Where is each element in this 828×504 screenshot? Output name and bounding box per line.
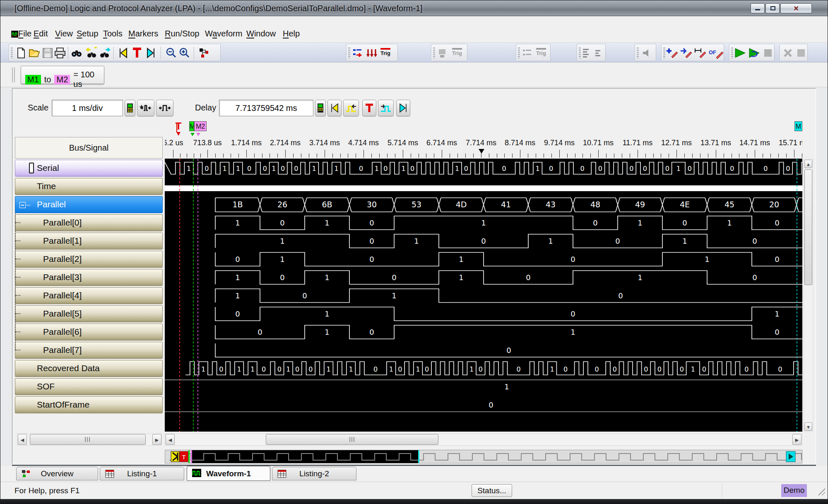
signal-row-parallel-5-[interactable]: Parallel[5] xyxy=(15,305,163,322)
list-compact-button[interactable] xyxy=(593,47,605,59)
run-repetitive-button[interactable] xyxy=(748,47,760,59)
zoom-out-button[interactable] xyxy=(165,47,177,59)
toolbar-grip[interactable] xyxy=(348,48,350,58)
store-button[interactable] xyxy=(436,47,449,59)
menu-setup[interactable]: Setup xyxy=(74,28,101,39)
toolbar-grip[interactable] xyxy=(11,48,13,58)
connection-setup-button[interactable] xyxy=(198,47,210,59)
status-button[interactable]: Status... xyxy=(472,484,512,497)
go-to-beginning-button[interactable] xyxy=(117,47,129,59)
scroll-left-icon[interactable]: ◀ xyxy=(166,434,175,445)
delay-go-begin-button[interactable] xyxy=(327,100,342,116)
tab-listing-2[interactable]: Listing-2 xyxy=(272,467,356,480)
marker-span-button[interactable] xyxy=(694,47,706,59)
scale-zoom-out-button[interactable] xyxy=(156,100,173,116)
new-file-button[interactable] xyxy=(15,47,27,59)
menu-waveform[interactable]: Waveform xyxy=(202,28,245,39)
bus-signal-column-header[interactable]: Bus/Signal xyxy=(15,137,163,158)
scroll-left-icon[interactable]: ◀ xyxy=(18,434,27,445)
delay-go-end-button[interactable] xyxy=(396,100,410,116)
signal-row-parallel[interactable]: Parallel xyxy=(15,196,163,213)
collapse-expander-icon[interactable] xyxy=(19,202,26,208)
open-file-button[interactable] xyxy=(28,47,41,59)
speaker-icon[interactable] xyxy=(641,47,653,59)
delay-position-marker-icon[interactable] xyxy=(479,149,484,154)
find-next-button[interactable] xyxy=(99,47,111,59)
trigger-flag-icon[interactable]: T xyxy=(174,120,183,131)
vscroll-thumb[interactable] xyxy=(804,169,812,285)
delay-field[interactable]: 7.713759542 ms xyxy=(219,100,313,116)
scroll-down-icon[interactable]: ▼ xyxy=(804,422,812,431)
resize-grip[interactable] xyxy=(818,486,825,495)
scroll-right-icon[interactable]: ▶ xyxy=(152,434,161,445)
blank-button[interactable] xyxy=(795,47,807,59)
new-marker-button[interactable] xyxy=(666,47,678,59)
signal-row-parallel-3-[interactable]: Parallel[3] xyxy=(15,269,163,286)
print-button[interactable] xyxy=(54,47,66,59)
toolbar-grip[interactable] xyxy=(663,48,665,58)
markerbar-grip[interactable] xyxy=(12,67,15,82)
trigger-arrows-button[interactable] xyxy=(366,47,378,59)
waveform-hscroll-thumb[interactable] xyxy=(266,434,438,445)
toolbar-grip[interactable] xyxy=(637,48,639,58)
go-to-trigger-button[interactable] xyxy=(131,47,143,59)
m2-flag-icon[interactable]: M2 xyxy=(194,121,207,131)
toolbar-grip[interactable] xyxy=(731,48,733,58)
toolbar-grip[interactable] xyxy=(433,48,435,58)
signal-row-serial[interactable]: Serial xyxy=(15,160,163,177)
list-forward-button[interactable] xyxy=(581,47,594,59)
find-previous-button[interactable] xyxy=(85,47,98,59)
marker-interval-button[interactable]: M1 to M2 = 100 us xyxy=(21,66,104,84)
menu-run-stop[interactable]: Run/Stop xyxy=(162,28,202,39)
delay-go-trigger-button[interactable] xyxy=(362,100,376,116)
signal-row-startofframe[interactable]: StartOfFrame xyxy=(15,396,163,413)
signal-row-parallel-7-[interactable]: Parallel[7] xyxy=(15,342,163,359)
menu-window[interactable]: Window xyxy=(244,28,278,39)
cancel-icon[interactable] xyxy=(782,47,794,59)
scale-zoom-in-button[interactable] xyxy=(137,100,154,116)
right-marker-flag-icon[interactable]: M xyxy=(794,121,802,131)
waveform-hscrollbar[interactable]: ◀ ▶ xyxy=(165,433,802,446)
menu-view[interactable]: View xyxy=(53,28,75,39)
toolbar-grip[interactable] xyxy=(518,48,520,58)
signal-row-sof[interactable]: SOF xyxy=(15,378,163,395)
menu-markers[interactable]: Markers xyxy=(126,28,161,39)
tab-overview[interactable]: Overview xyxy=(16,467,98,480)
delay-prev-edge-button[interactable] xyxy=(343,100,359,116)
edit-list-button[interactable] xyxy=(521,47,534,59)
marker-goto-button[interactable] xyxy=(680,47,692,59)
trigger-settings-icon[interactable]: Trig xyxy=(380,48,390,56)
menu-tools[interactable]: Tools xyxy=(101,28,125,39)
signal-row-parallel-4-[interactable]: Parallel[4] xyxy=(15,287,163,304)
scale-keypad-button[interactable] xyxy=(125,100,135,116)
tab-listing-1[interactable]: Listing-1 xyxy=(100,467,184,480)
trigger-list-button[interactable] xyxy=(351,47,364,59)
delay-next-edge-button[interactable] xyxy=(378,100,394,116)
signal-row-time[interactable]: Time xyxy=(15,178,163,195)
time-ruler-ticks[interactable] xyxy=(165,148,802,159)
title-bar[interactable]: [Offline-Demo] Logic and Protocol Analyz… xyxy=(0,0,828,16)
signal-row-parallel-0-[interactable]: Parallel[0] xyxy=(15,214,163,231)
menu-help[interactable]: Help xyxy=(280,28,302,39)
signal-row-recovered-data[interactable]: Recovered Data xyxy=(15,360,163,377)
toolbar-grip[interactable] xyxy=(579,48,581,58)
run-button[interactable] xyxy=(734,47,746,59)
data-overview-bar[interactable]: T xyxy=(165,450,802,463)
panel-hscroll-thumb[interactable] xyxy=(30,434,146,445)
delay-keypad-button[interactable] xyxy=(315,100,326,116)
marker-of-pencil-icon[interactable] xyxy=(712,47,724,59)
close-button[interactable]: × xyxy=(780,3,812,13)
go-to-end-button[interactable] xyxy=(145,47,157,59)
store-trig-icon[interactable]: Trig xyxy=(452,48,462,56)
edit-trig-icon[interactable]: Trig xyxy=(536,48,546,56)
zoom-in-button[interactable] xyxy=(178,47,190,59)
save-button[interactable] xyxy=(41,47,54,59)
m1-flag-icon[interactable]: M xyxy=(189,121,194,131)
minimize-button[interactable] xyxy=(751,3,765,13)
vertical-scrollbar[interactable]: ▲ ▼ xyxy=(804,159,813,432)
signal-row-parallel-1-[interactable]: Parallel[1] xyxy=(15,233,163,250)
tab-waveform-1[interactable]: Waveform-1 xyxy=(187,466,270,481)
find-button[interactable] xyxy=(70,47,83,59)
maximize-button[interactable] xyxy=(765,3,780,13)
waveform-canvas[interactable]: 10110010011010101001000000100001B266B305… xyxy=(165,159,802,432)
